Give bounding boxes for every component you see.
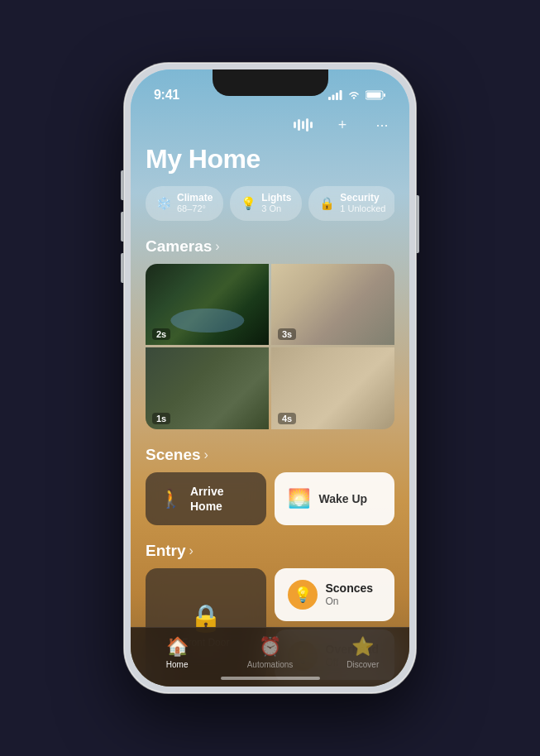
notch	[213, 69, 328, 96]
camera-timer-3: 1s	[152, 413, 170, 424]
entry-title: Entry	[146, 542, 186, 560]
signal-icon	[328, 90, 342, 100]
home-tab-label: Home	[166, 660, 189, 669]
add-button[interactable]: +	[330, 112, 355, 137]
security-icon: 🔒	[319, 196, 335, 211]
ellipsis-icon: ···	[375, 117, 388, 134]
sconces-info: Sconces On	[326, 581, 382, 607]
status-time: 9:41	[154, 88, 179, 103]
climate-pill-text: Climate 68–72°	[177, 192, 213, 215]
cameras-section-header[interactable]: Cameras ›	[146, 237, 394, 256]
camera-timer-4: 4s	[278, 413, 296, 424]
climate-value: 68–72°	[177, 203, 213, 214]
scenes-grid: 🚶 Arrive Home 🌅 Wake Up	[146, 472, 394, 525]
phone-screen: 9:41	[131, 69, 409, 687]
lights-value: 3 On	[261, 203, 291, 214]
lights-label: Lights	[261, 192, 291, 203]
wifi-icon	[347, 90, 361, 100]
battery-icon	[366, 90, 386, 100]
sconces-name: Sconces	[326, 581, 382, 596]
entry-section-header[interactable]: Entry ›	[146, 542, 394, 560]
svg-rect-1	[332, 95, 335, 101]
cameras-chevron-icon: ›	[215, 239, 219, 254]
camera-timer-1: 2s	[152, 328, 170, 340]
sconces-status: On	[326, 596, 382, 607]
discover-tab-label: Discover	[346, 660, 379, 669]
home-indicator	[221, 677, 320, 680]
climate-pill[interactable]: ❄️ Climate 68–72°	[146, 186, 223, 221]
discover-tab-icon: ⭐	[351, 636, 374, 658]
svg-rect-3	[340, 90, 342, 100]
wake-up-card[interactable]: 🌅 Wake Up	[275, 472, 395, 525]
scenes-section-header[interactable]: Scenes ›	[146, 446, 394, 464]
wake-up-icon: 🌅	[288, 488, 311, 510]
svg-rect-5	[384, 93, 385, 97]
arrive-home-card[interactable]: 🚶 Arrive Home	[146, 472, 266, 525]
status-icons	[328, 90, 386, 100]
camera-cell-4[interactable]: 4s	[271, 347, 394, 429]
climate-icon: ❄️	[156, 196, 172, 211]
automations-tab-icon: ⏰	[259, 636, 281, 658]
lights-icon: 💡	[241, 196, 256, 211]
tab-home[interactable]: 🏠 Home	[131, 634, 223, 669]
more-button[interactable]: ···	[370, 112, 394, 137]
camera-cell-3[interactable]: 1s	[146, 347, 269, 429]
svg-rect-0	[328, 97, 331, 100]
svg-rect-6	[367, 93, 381, 98]
page-title: My Home	[146, 144, 394, 175]
phone-frame: 9:41	[124, 63, 416, 693]
scenes-chevron-icon: ›	[204, 447, 208, 462]
wake-up-label: Wake Up	[319, 491, 368, 506]
svg-rect-2	[336, 93, 338, 100]
security-pill[interactable]: 🔒 Security 1 Unlocked	[308, 186, 394, 221]
security-value: 1 Unlocked	[340, 203, 385, 214]
home-tab-icon: 🏠	[166, 636, 189, 658]
plus-icon: +	[338, 117, 347, 134]
camera-cell-2[interactable]: 3s	[271, 264, 394, 346]
entry-chevron-icon: ›	[189, 543, 194, 558]
scenes-title: Scenes	[146, 446, 201, 464]
lights-pill[interactable]: 💡 Lights 3 On	[230, 186, 302, 221]
camera-timer-2: 3s	[278, 328, 296, 340]
waveform-button[interactable]	[290, 112, 315, 137]
tab-discover[interactable]: ⭐ Discover	[317, 634, 409, 669]
climate-label: Climate	[177, 192, 213, 203]
sconces-card[interactable]: 💡 Sconces On	[275, 568, 395, 621]
lights-pill-text: Lights 3 On	[261, 192, 291, 215]
main-content: + ··· My Home ❄️ Climate 68–72° 💡	[131, 109, 409, 680]
security-label: Security	[340, 192, 385, 203]
waveform-icon	[294, 117, 313, 132]
header-toolbar: + ···	[146, 109, 394, 144]
arrive-home-icon: 🚶	[159, 488, 182, 510]
cameras-title: Cameras	[146, 237, 212, 256]
category-pills: ❄️ Climate 68–72° 💡 Lights 3 On 🔒	[146, 186, 394, 221]
security-pill-text: Security 1 Unlocked	[340, 192, 385, 215]
camera-cell-1[interactable]: 2s	[146, 264, 269, 346]
automations-tab-label: Automations	[247, 660, 294, 669]
sconces-icon-circle: 💡	[288, 580, 318, 610]
arrive-home-label: Arrive Home	[190, 484, 253, 514]
camera-grid: 2s 3s 1s 4s	[146, 264, 394, 429]
sconces-bulb-icon: 💡	[294, 586, 312, 604]
tab-automations[interactable]: ⏰ Automations	[223, 634, 316, 669]
